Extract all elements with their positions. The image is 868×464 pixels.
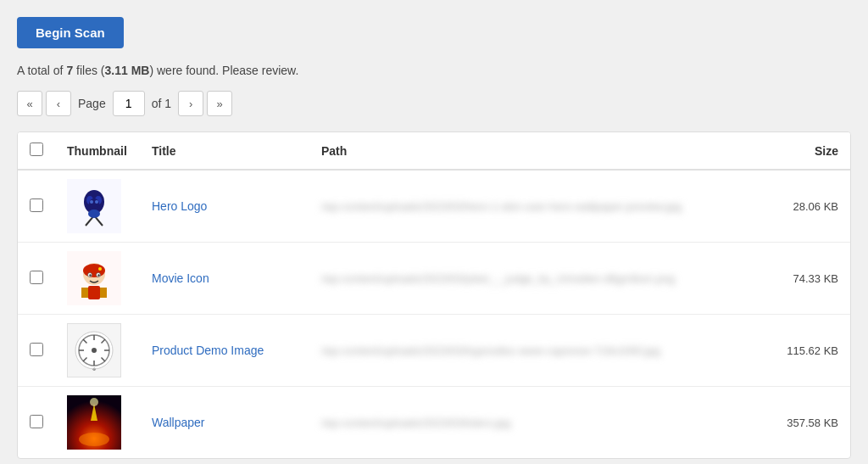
- row-thumbnail-cell: [55, 387, 140, 459]
- svg-point-8: [88, 210, 100, 218]
- prev-page-button[interactable]: ‹: [46, 91, 71, 116]
- row-thumbnail-cell: [55, 170, 140, 243]
- page-input[interactable]: [113, 91, 145, 116]
- table-row: Hero Logo/wp-content/uploads/2023/03/her…: [18, 170, 850, 243]
- row-checkbox[interactable]: [30, 198, 43, 212]
- row-checkbox-cell: [18, 243, 55, 315]
- files-table-wrap: Thumbnail Title Path Size Hero Logo/wp-c…: [17, 131, 851, 459]
- main-container: Begin Scan A total of 7 files (3.11 MB) …: [17, 17, 851, 459]
- col-title: Title: [140, 132, 309, 170]
- svg-point-15: [98, 267, 102, 271]
- svg-point-14: [97, 274, 99, 276]
- table-header-row: Thumbnail Title Path Size: [18, 132, 850, 170]
- svg-point-5: [95, 200, 98, 204]
- row-thumbnail-cell: [55, 243, 140, 315]
- svg-rect-18: [100, 288, 107, 298]
- row-path: /wp-content/uploads/2023/03/hero-1-skin-…: [321, 200, 682, 213]
- svg-point-13: [89, 274, 91, 276]
- row-title-cell: Hero Logo: [140, 170, 309, 243]
- col-size: Size: [765, 132, 850, 170]
- row-thumbnail: [67, 179, 121, 233]
- row-path: /wp-content/uploads/2023/03/joker_-_judg…: [321, 272, 675, 285]
- row-thumbnail: [67, 395, 121, 450]
- col-path: Path: [309, 132, 765, 170]
- row-thumbnail: [67, 251, 121, 305]
- table-row: Wallpaper/wp-content/uploads/2023/03/lol…: [18, 387, 850, 459]
- row-path-cell: /wp-content/uploads/2023/03/lolero.jpg: [309, 387, 765, 459]
- row-checkbox[interactable]: [30, 271, 43, 284]
- table-row: Movie Icon/wp-content/uploads/2023/03/jo…: [18, 243, 850, 315]
- row-path: /wp-content/uploads/2023/03/hypnodisc-ww…: [321, 344, 660, 357]
- svg-point-21: [92, 348, 97, 353]
- summary-text: A total of 7 files (3.11 MB) were found.…: [17, 64, 851, 77]
- row-path-cell: /wp-content/uploads/2023/03/joker_-_judg…: [309, 243, 765, 315]
- pagination: « ‹ Page of 1 › »: [17, 91, 851, 116]
- row-size: 74.33 KB: [793, 272, 839, 285]
- row-title-cell: Movie Icon: [140, 243, 309, 315]
- begin-scan-button[interactable]: Begin Scan: [17, 17, 124, 48]
- row-thumbnail-cell: ※: [55, 315, 140, 387]
- files-table: Thumbnail Title Path Size Hero Logo/wp-c…: [18, 132, 850, 458]
- row-path: /wp-content/uploads/2023/03/lolero.jpg: [321, 416, 510, 429]
- row-checkbox-cell: [18, 315, 55, 387]
- row-checkbox[interactable]: [30, 343, 43, 356]
- col-checkbox: [18, 132, 55, 170]
- last-page-button[interactable]: »: [207, 91, 232, 116]
- svg-text:※: ※: [92, 366, 96, 372]
- first-page-button[interactable]: «: [17, 91, 42, 116]
- svg-point-3: [89, 198, 99, 209]
- svg-point-32: [79, 433, 109, 446]
- row-path-cell: /wp-content/uploads/2023/03/hero-1-skin-…: [309, 170, 765, 243]
- file-count: 7: [66, 64, 73, 77]
- row-checkbox-cell: [18, 170, 55, 243]
- row-size: 115.62 KB: [787, 344, 838, 357]
- row-title-link[interactable]: Movie Icon: [152, 271, 209, 285]
- row-path-cell: /wp-content/uploads/2023/03/hypnodisc-ww…: [309, 315, 765, 387]
- svg-rect-17: [81, 288, 88, 298]
- file-size: 3.11 MB: [105, 64, 150, 77]
- page-label: Page: [78, 97, 106, 110]
- row-size-cell: 357.58 KB: [765, 387, 850, 459]
- row-title-link[interactable]: Hero Logo: [152, 199, 207, 213]
- svg-rect-16: [88, 286, 100, 299]
- row-title-link[interactable]: Product Demo Image: [152, 344, 264, 357]
- row-thumbnail: ※: [67, 323, 121, 377]
- row-title-link[interactable]: Wallpaper: [152, 416, 205, 429]
- row-size-cell: 74.33 KB: [765, 243, 850, 315]
- svg-point-4: [90, 200, 93, 204]
- row-size-cell: 28.06 KB: [765, 170, 850, 243]
- row-size: 28.06 KB: [793, 200, 839, 213]
- col-thumbnail: Thumbnail: [55, 132, 140, 170]
- svg-point-34: [90, 398, 98, 406]
- row-size: 357.58 KB: [787, 416, 838, 429]
- svg-point-10: [83, 264, 105, 277]
- next-page-button[interactable]: ›: [178, 91, 203, 116]
- row-size-cell: 115.62 KB: [765, 315, 850, 387]
- row-title-cell: Product Demo Image: [140, 315, 309, 387]
- row-checkbox-cell: [18, 387, 55, 459]
- select-all-checkbox[interactable]: [30, 143, 43, 156]
- table-row: ※ Product Demo Image/wp-content/uploads/…: [18, 315, 850, 387]
- row-title-cell: Wallpaper: [140, 387, 309, 459]
- of-total: of 1: [152, 97, 171, 110]
- row-checkbox[interactable]: [30, 415, 43, 428]
